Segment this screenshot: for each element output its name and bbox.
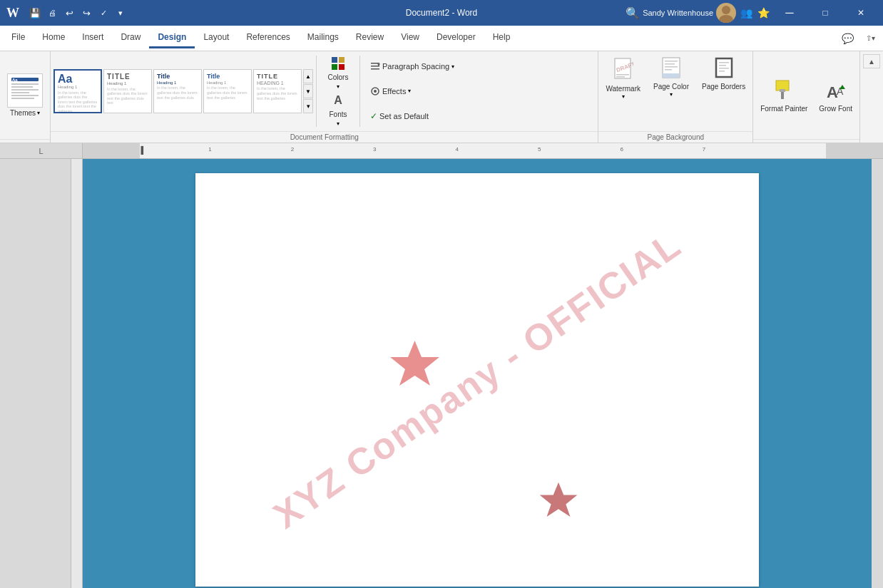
title-bar-right: 🔍 Sandy Writtenhouse 👥 ⭐ ─ □ ✕	[626, 0, 877, 26]
set-as-default-check-icon: ✓	[370, 111, 377, 121]
page-borders-label: Page Borders	[702, 83, 745, 91]
page-bg-inner: DRAFT Watermark ▾	[598, 51, 752, 131]
colors-fonts-container: Colors ▾ A Fonts ▾	[320, 53, 357, 130]
watermark-label-row: Watermark	[606, 85, 640, 93]
tab-design[interactable]: Design	[149, 28, 195, 48]
svg-rect-29	[665, 66, 678, 68]
svg-rect-26	[663, 73, 680, 78]
search-icon[interactable]: 🔍	[626, 6, 640, 20]
tab-view[interactable]: View	[392, 28, 428, 48]
tab-developer[interactable]: Developer	[428, 28, 484, 48]
document-title: Document2 - Word	[406, 8, 477, 18]
collab-icon[interactable]: ⭐	[756, 6, 770, 20]
page-color-button[interactable]: Page Color ▾	[649, 54, 693, 100]
style-thumb-1[interactable]: TITLE Heading 1 In the lorem, the galler…	[103, 69, 152, 113]
effects-label: Effects	[382, 87, 406, 96]
colors-button[interactable]: Colors ▾	[320, 54, 357, 91]
paragraph-spacing-button[interactable]: Paragraph Spacing ▾	[366, 60, 459, 73]
set-as-default-label: Set as Default	[379, 112, 429, 120]
format-painter-label: Format Painter	[760, 105, 807, 113]
comments-icon[interactable]: 💬	[837, 29, 857, 48]
ruler-corner[interactable]: L	[0, 143, 83, 158]
para-spacing-dropdown: ▾	[451, 63, 454, 70]
vertical-ruler	[71, 159, 82, 588]
tab-references[interactable]: References	[238, 28, 298, 48]
ribbon-tab-end: 💬 ⇧▾	[837, 29, 880, 48]
ruler-left-margin	[83, 143, 140, 158]
style-scroll-more[interactable]: ▾	[303, 99, 313, 113]
svg-rect-6	[11, 86, 33, 88]
svg-rect-8	[11, 92, 29, 93]
tab-review[interactable]: Review	[347, 28, 392, 48]
ribbon-collapse-button[interactable]: ▲	[863, 54, 880, 68]
ribbon-group-document-formatting: Aa Heading 1 In the lorem, the galleries…	[51, 51, 598, 143]
tab-home[interactable]: Home	[34, 28, 73, 48]
tab-insert[interactable]: Insert	[73, 28, 112, 48]
svg-rect-15	[371, 63, 379, 64]
svg-marker-42	[390, 341, 439, 386]
watermark-button[interactable]: DRAFT Watermark ▾	[601, 54, 645, 103]
right-scrollbar[interactable]	[872, 159, 883, 588]
svg-rect-28	[665, 63, 675, 65]
svg-point-20	[374, 90, 377, 93]
style-thumb-4[interactable]: TITLE HEADING 1 In the lorem, the galler…	[253, 69, 302, 113]
page-color-icon	[662, 57, 680, 82]
ruler-center: 1 2 3 4 5 6 7	[140, 143, 826, 158]
maximize-button[interactable]: □	[809, 0, 842, 26]
set-as-default-button[interactable]: ✓ Set as Default	[366, 110, 459, 123]
svg-rect-10	[11, 98, 34, 99]
qat-more[interactable]: ▾	[113, 5, 128, 21]
user-info[interactable]: Sandy Writtenhouse	[643, 3, 736, 23]
tab-layout[interactable]: Layout	[195, 28, 238, 48]
ruler-right-margin	[826, 143, 883, 158]
style-scroll-up[interactable]: ▲	[303, 69, 313, 83]
svg-rect-11	[332, 57, 337, 63]
page-borders-icon	[715, 57, 733, 82]
tab-help[interactable]: Help	[484, 28, 519, 48]
qat-print[interactable]: 🖨	[44, 5, 60, 21]
document-area[interactable]: XYZ Company - OFFICIAL	[83, 159, 872, 588]
svg-marker-43	[540, 483, 578, 517]
horizontal-ruler: 1 2 3 4 5 6 7 ▐	[83, 143, 883, 158]
tab-file[interactable]: File	[3, 28, 34, 48]
style-thumb-0[interactable]: Aa Heading 1 In the lorem, the galleries…	[53, 69, 102, 113]
share-icon[interactable]: 👥	[739, 6, 753, 20]
fonts-label: Fonts	[329, 110, 347, 118]
minimize-button[interactable]: ─	[773, 0, 806, 26]
themes-label-row: Themes ▾	[10, 109, 40, 117]
title-bar: W 💾 🖨 ↩ ↪ ✓ ▾ Document2 - Word 🔍 Sandy W…	[0, 0, 883, 26]
qat-undo[interactable]: ↩	[61, 5, 77, 21]
themes-preview-icon: Aa	[7, 73, 43, 108]
star-1	[388, 337, 442, 399]
effects-button[interactable]: Effects ▾	[366, 85, 459, 98]
themes-dropdown-icon: ▾	[37, 110, 40, 116]
tab-draw[interactable]: Draw	[112, 28, 149, 48]
qat-redo[interactable]: ↪	[78, 5, 94, 21]
qat-check[interactable]: ✓	[96, 5, 111, 21]
fonts-dropdown-icon: ▾	[337, 120, 340, 127]
svg-rect-23	[616, 74, 629, 76]
style-thumb-3[interactable]: Title Heading 1 In the lorem, the galler…	[203, 69, 252, 113]
style-scroll-down[interactable]: ▼	[303, 84, 313, 98]
svg-rect-5	[11, 83, 39, 85]
ribbon-group-themes: Aa Themes ▾	[0, 51, 51, 143]
themes-group-label	[0, 139, 50, 143]
ribbon-collapse-container: ▲	[860, 51, 883, 143]
paragraph-spacing-icon	[370, 61, 380, 71]
page-color-dropdown-icon: ▾	[670, 91, 673, 98]
tab-mailings[interactable]: Mailings	[299, 28, 347, 48]
style-thumb-2[interactable]: Title Heading 1 In the lorem, the galler…	[153, 69, 202, 113]
format-painter-button[interactable]: Format Painter	[756, 76, 812, 116]
document-page: XYZ Company - OFFICIAL	[195, 173, 759, 587]
fonts-button[interactable]: A Fonts ▾	[320, 91, 357, 128]
page-borders-button[interactable]: Page Borders	[698, 54, 750, 93]
grow-font-button[interactable]: A A Grow Font	[815, 76, 857, 116]
close-button[interactable]: ✕	[844, 0, 877, 26]
qat-save[interactable]: 💾	[27, 5, 43, 21]
watermark-overlay: XYZ Company - OFFICIAL	[265, 223, 688, 537]
ruler-container: L 1 2 3 4 5 6 7 ▐	[0, 143, 883, 159]
ribbon-options-icon[interactable]: ⇧▾	[860, 29, 880, 48]
watermark-dropdown-icon: ▾	[622, 93, 625, 100]
svg-rect-33	[719, 65, 726, 66]
themes-button[interactable]: Aa Themes ▾	[3, 71, 47, 119]
